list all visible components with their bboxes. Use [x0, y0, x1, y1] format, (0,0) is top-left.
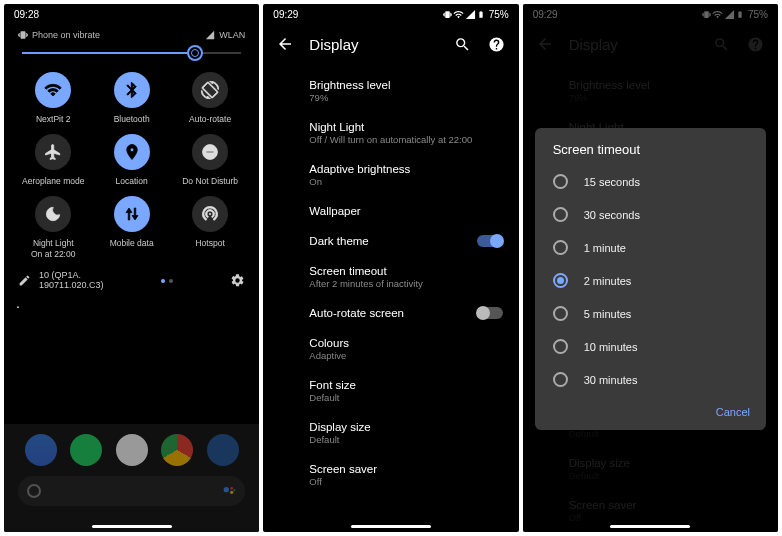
setting-item[interactable]: Font sizeDefault — [309, 370, 518, 412]
gesture-nav-bar[interactable] — [351, 525, 431, 528]
radio-label: 1 minute — [584, 242, 626, 254]
data-icon — [114, 196, 150, 232]
radio-option[interactable]: 5 minutes — [535, 297, 766, 330]
screen-quick-settings: 09:28 Phone on vibrate WLAN NextPit 2Blu… — [4, 4, 259, 532]
setting-item[interactable]: Night LightOff / Will turn on automatica… — [309, 112, 518, 154]
page-dots — [161, 279, 173, 283]
wifi-icon — [453, 9, 464, 20]
setting-subtitle: Off / Will turn on automatically at 22:0… — [309, 134, 504, 145]
vibrate-label: Phone on vibrate — [32, 30, 100, 40]
battery-text: 75% — [489, 9, 509, 20]
tile-label: Bluetooth — [114, 114, 150, 124]
qs-tile-bluetooth[interactable]: Bluetooth — [92, 72, 170, 124]
status-bar: 09:28 — [4, 4, 259, 24]
app-dock — [18, 434, 245, 466]
setting-title: Font size — [309, 379, 504, 391]
setting-item[interactable]: Adaptive brightnessOn — [309, 154, 518, 196]
setting-title: Colours — [309, 337, 504, 349]
setting-subtitle: 79% — [309, 92, 504, 103]
app-bar: Display — [263, 24, 518, 64]
status-time: 09:28 — [14, 9, 39, 20]
setting-item[interactable]: Display sizeDefault — [309, 412, 518, 454]
toggle-switch[interactable] — [477, 235, 503, 247]
qs-tile-nightlight[interactable]: Night LightOn at 22:00 — [14, 196, 92, 258]
radio-icon — [553, 339, 568, 354]
qs-tile-dnd[interactable]: Do Not Disturb — [171, 134, 249, 186]
edit-icon[interactable] — [18, 274, 31, 287]
rotate-icon — [192, 72, 228, 108]
qs-tile-hotspot[interactable]: Hotspot — [171, 196, 249, 258]
qs-footer: 10 (QP1A. 190711.020.C3) — [4, 263, 259, 299]
radio-option[interactable]: 2 minutes — [535, 264, 766, 297]
screen-display-settings: 09:29 75% Display Brightness level79%Nig… — [263, 4, 518, 532]
build-line-2: 190711.020.C3) — [39, 281, 104, 291]
tile-label: NextPit 2 — [36, 114, 71, 124]
cancel-button[interactable]: Cancel — [716, 406, 750, 418]
chrome-app-icon[interactable] — [161, 434, 193, 466]
setting-subtitle: Default — [309, 392, 504, 403]
radio-option[interactable]: 30 seconds — [535, 198, 766, 231]
qs-tile-autorotate[interactable]: Auto-rotate — [171, 72, 249, 124]
tile-label: Location — [116, 176, 148, 186]
whatsapp-app-icon[interactable] — [70, 434, 102, 466]
qs-tile-mobiledata[interactable]: Mobile data — [92, 196, 170, 258]
messages-app-icon[interactable] — [25, 434, 57, 466]
setting-item[interactable]: Screen saverOff — [309, 454, 518, 496]
radio-label: 10 minutes — [584, 341, 638, 353]
qs-tile-wifi[interactable]: NextPit 2 — [14, 72, 92, 124]
setting-title: Screen timeout — [309, 265, 504, 277]
back-button[interactable] — [275, 34, 295, 54]
qs-tile-location[interactable]: Location — [92, 134, 170, 186]
setting-subtitle: After 2 minutes of inactivity — [309, 278, 504, 289]
vibrate-icon — [443, 10, 452, 19]
setting-item[interactable]: Auto-rotate screen — [309, 298, 518, 328]
status-time: 09:29 — [273, 9, 298, 20]
svg-point-2 — [231, 487, 234, 490]
setting-title: Night Light — [309, 121, 504, 133]
google-logo-icon — [26, 483, 42, 499]
qs-tiles-grid: NextPit 2BluetoothAuto-rotateAeroplane m… — [4, 58, 259, 263]
page-title: Display — [309, 36, 438, 53]
svg-point-4 — [234, 489, 236, 491]
radio-icon — [553, 273, 568, 288]
screen-timeout-dialog: 09:29 75% Display Brightness level79%Nig… — [523, 4, 778, 532]
setting-title: Dark theme — [309, 235, 504, 247]
google-search-bar[interactable] — [18, 476, 245, 506]
search-button[interactable] — [453, 34, 473, 54]
setting-item[interactable]: Wallpaper — [309, 196, 518, 226]
setting-subtitle: On — [309, 176, 504, 187]
tile-label: Hotspot — [195, 238, 224, 248]
qs-tile-aeroplane[interactable]: Aeroplane mode — [14, 134, 92, 186]
radio-option[interactable]: 30 minutes — [535, 363, 766, 396]
radio-label: 15 seconds — [584, 176, 640, 188]
camera-app-icon[interactable] — [207, 434, 239, 466]
gesture-nav-bar[interactable] — [610, 525, 690, 528]
setting-item[interactable]: ColoursAdaptive — [309, 328, 518, 370]
brightness-slider[interactable] — [22, 52, 241, 54]
radio-option[interactable]: 1 minute — [535, 231, 766, 264]
setting-title: Brightness level — [309, 79, 504, 91]
radio-label: 2 minutes — [584, 275, 632, 287]
radio-label: 30 minutes — [584, 374, 638, 386]
radio-option[interactable]: 15 seconds — [535, 165, 766, 198]
toggle-switch[interactable] — [477, 307, 503, 319]
screen-timeout-dialog: Screen timeout 15 seconds30 seconds1 min… — [535, 128, 766, 430]
wlan-label: WLAN — [219, 30, 245, 40]
slack-app-icon[interactable] — [116, 434, 148, 466]
svg-point-0 — [28, 485, 40, 497]
radio-icon — [553, 306, 568, 321]
setting-item[interactable]: Brightness level79% — [309, 70, 518, 112]
assistant-icon[interactable] — [221, 483, 237, 499]
gesture-nav-bar[interactable] — [92, 525, 172, 528]
setting-item[interactable]: Dark theme — [309, 226, 518, 256]
radio-icon — [553, 240, 568, 255]
radio-icon — [553, 207, 568, 222]
notif-indicator: . — [4, 299, 259, 307]
setting-item[interactable]: Screen timeoutAfter 2 minutes of inactiv… — [309, 256, 518, 298]
setting-subtitle: Default — [309, 434, 504, 445]
svg-point-3 — [230, 491, 233, 494]
svg-point-1 — [224, 487, 229, 492]
gear-icon[interactable] — [230, 273, 245, 288]
radio-option[interactable]: 10 minutes — [535, 330, 766, 363]
help-button[interactable] — [487, 34, 507, 54]
